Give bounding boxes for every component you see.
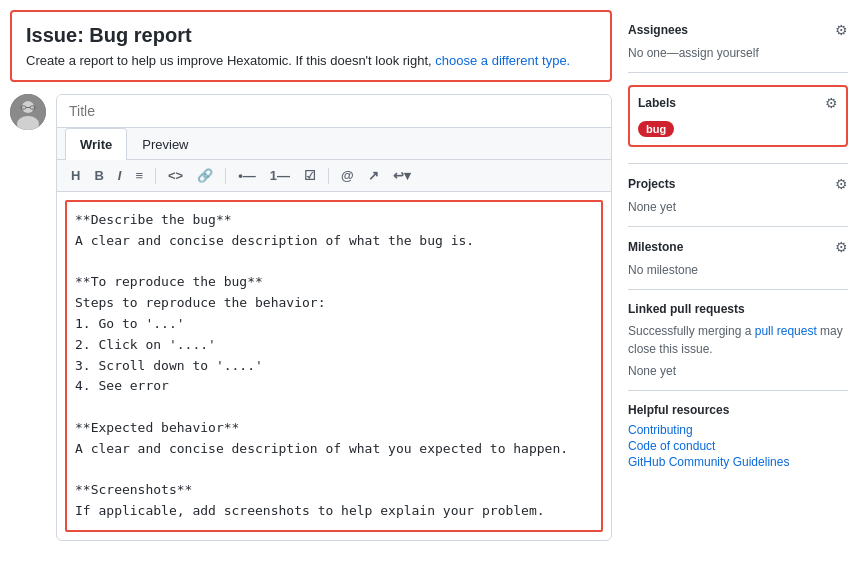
- linked-prs-value: None yet: [628, 364, 676, 378]
- labels-section: Labels ⚙ bug: [628, 72, 848, 163]
- assignees-gear-icon[interactable]: ⚙: [835, 22, 848, 38]
- assignees-header: Assignees ⚙: [628, 22, 848, 38]
- heading-button[interactable]: H: [67, 166, 84, 185]
- editor-wrapper: Write Preview H B I ≡ <> 🔗 •— 1— ☑: [56, 94, 612, 541]
- ordered-list-button[interactable]: 1—: [266, 166, 294, 185]
- milestone-value: No milestone: [628, 263, 698, 277]
- issue-description: Create a report to help us improve Hexat…: [26, 53, 596, 68]
- labels-header: Labels ⚙: [638, 95, 838, 111]
- milestone-gear-icon[interactable]: ⚙: [835, 239, 848, 255]
- helpful-resources-title: Helpful resources: [628, 403, 729, 417]
- code-of-conduct-link[interactable]: Code of conduct: [628, 439, 848, 453]
- helpful-resources-header: Helpful resources: [628, 403, 848, 417]
- assignees-value: No one—assign yourself: [628, 46, 759, 60]
- link-button[interactable]: 🔗: [193, 166, 217, 185]
- linked-prs-description: Successfully merging a pull request may …: [628, 322, 848, 358]
- labels-gear-icon[interactable]: ⚙: [825, 95, 838, 111]
- linked-prs-header: Linked pull requests: [628, 302, 848, 316]
- milestone-section: Milestone ⚙ No milestone: [628, 226, 848, 289]
- editor-toolbar: H B I ≡ <> 🔗 •— 1— ☑ @ ↗ ↩​▾: [57, 160, 611, 192]
- issue-title: Issue: Bug report: [26, 24, 596, 47]
- toolbar-separator-1: [155, 168, 156, 184]
- unordered-list-button[interactable]: •—: [234, 166, 260, 185]
- code-button[interactable]: <>: [164, 166, 187, 185]
- svg-point-1: [22, 101, 34, 113]
- bug-label: bug: [638, 121, 674, 137]
- quote-button[interactable]: ≡: [131, 166, 147, 185]
- tab-write[interactable]: Write: [65, 128, 127, 160]
- task-list-button[interactable]: ☑: [300, 166, 320, 185]
- issue-body[interactable]: **Describe the bug** A clear and concise…: [65, 200, 603, 532]
- change-type-link[interactable]: choose a different type.: [435, 53, 570, 68]
- projects-value: None yet: [628, 200, 676, 214]
- linked-prs-title: Linked pull requests: [628, 302, 745, 316]
- undo-button[interactable]: ↩​▾: [389, 166, 415, 185]
- projects-header: Projects ⚙: [628, 176, 848, 192]
- projects-section: Projects ⚙ None yet: [628, 163, 848, 226]
- reference-button[interactable]: ↗: [364, 166, 383, 185]
- projects-gear-icon[interactable]: ⚙: [835, 176, 848, 192]
- sidebar: Assignees ⚙ No one—assign yourself Label…: [628, 10, 848, 564]
- avatar: [10, 94, 46, 130]
- bold-button[interactable]: B: [90, 166, 107, 185]
- editor-section: Write Preview H B I ≡ <> 🔗 •— 1— ☑: [10, 94, 612, 541]
- italic-button[interactable]: I: [114, 166, 126, 185]
- milestone-header: Milestone ⚙: [628, 239, 848, 255]
- toolbar-separator-2: [225, 168, 226, 184]
- linked-prs-section: Linked pull requests Successfully mergin…: [628, 289, 848, 390]
- issue-header: Issue: Bug report Create a report to hel…: [10, 10, 612, 82]
- labels-title: Labels: [638, 96, 676, 110]
- labels-inner: Labels ⚙ bug: [628, 85, 848, 147]
- helpful-resources-section: Helpful resources Contributing Code of c…: [628, 390, 848, 483]
- projects-title: Projects: [628, 177, 675, 191]
- assignees-section: Assignees ⚙ No one—assign yourself: [628, 10, 848, 72]
- community-guidelines-link[interactable]: GitHub Community Guidelines: [628, 455, 848, 469]
- pull-request-link[interactable]: pull request: [755, 324, 817, 338]
- contributing-link[interactable]: Contributing: [628, 423, 848, 437]
- toolbar-separator-3: [328, 168, 329, 184]
- title-input[interactable]: [57, 95, 611, 128]
- tab-preview[interactable]: Preview: [127, 128, 203, 160]
- milestone-title: Milestone: [628, 240, 683, 254]
- mention-button[interactable]: @: [337, 166, 358, 185]
- editor-tabs: Write Preview: [57, 128, 611, 160]
- assignees-title: Assignees: [628, 23, 688, 37]
